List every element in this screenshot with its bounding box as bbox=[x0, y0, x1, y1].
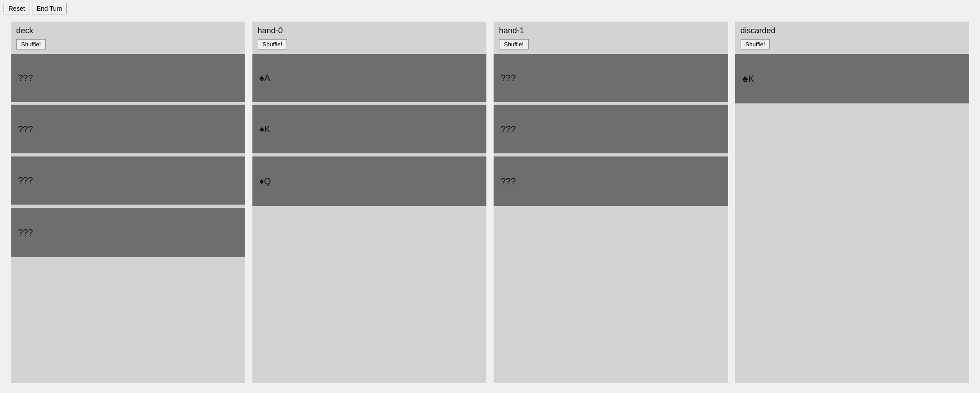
pile-title-hand-0: hand-0 bbox=[258, 26, 481, 36]
pile-title-discarded: discarded bbox=[741, 26, 964, 36]
card-deck-2[interactable]: ??? bbox=[11, 156, 245, 206]
cards-area-hand-1: ????????? bbox=[494, 52, 728, 383]
pile-title-deck: deck bbox=[16, 26, 240, 36]
card-label-deck-1: ??? bbox=[18, 124, 33, 134]
pile-discarded: discardedShuffle!♣K bbox=[735, 22, 970, 383]
card-hand-1-2[interactable]: ??? bbox=[494, 156, 728, 206]
card-deck-1[interactable]: ??? bbox=[11, 105, 245, 155]
card-label-hand-0-0: ♠A bbox=[260, 73, 270, 83]
card-hand-0-0[interactable]: ♠A bbox=[252, 54, 487, 103]
pile-hand-1: hand-1Shuffle!????????? bbox=[494, 22, 728, 383]
pile-header-hand-0: hand-0Shuffle! bbox=[252, 22, 487, 52]
card-hand-1-0[interactable]: ??? bbox=[494, 54, 728, 103]
card-label-discarded-0: ♣K bbox=[742, 74, 754, 84]
shuffle-button-deck[interactable]: Shuffle! bbox=[16, 39, 46, 49]
card-hand-0-1[interactable]: ♠K bbox=[252, 105, 487, 155]
pile-hand-0: hand-0Shuffle!♠A♠K♦Q bbox=[252, 22, 487, 383]
card-label-hand-0-2: ♦Q bbox=[260, 176, 271, 187]
shuffle-button-hand-1[interactable]: Shuffle! bbox=[499, 39, 529, 49]
cards-area-discarded: ♣K bbox=[735, 52, 970, 383]
card-label-deck-2: ??? bbox=[18, 175, 33, 186]
cards-area-deck: ???????????? bbox=[11, 52, 245, 383]
end-turn-button[interactable]: End Turn bbox=[32, 3, 67, 14]
card-label-deck-3: ??? bbox=[18, 228, 33, 238]
pile-header-discarded: discardedShuffle! bbox=[735, 22, 970, 52]
top-bar: Reset End Turn bbox=[0, 0, 980, 17]
pile-title-hand-1: hand-1 bbox=[499, 26, 723, 36]
card-hand-1-1[interactable]: ??? bbox=[494, 105, 728, 155]
card-label-hand-1-1: ??? bbox=[501, 124, 516, 134]
pile-header-deck: deckShuffle! bbox=[11, 22, 245, 52]
card-label-deck-0: ??? bbox=[18, 73, 33, 83]
reset-button[interactable]: Reset bbox=[4, 3, 30, 14]
pile-deck: deckShuffle!???????????? bbox=[11, 22, 245, 383]
card-label-hand-1-2: ??? bbox=[501, 176, 516, 187]
pile-header-hand-1: hand-1Shuffle! bbox=[494, 22, 728, 52]
card-discarded-0[interactable]: ♣K bbox=[735, 54, 970, 103]
card-hand-0-2[interactable]: ♦Q bbox=[252, 156, 487, 206]
card-label-hand-0-1: ♠K bbox=[260, 124, 270, 134]
cards-area-hand-0: ♠A♠K♦Q bbox=[252, 52, 487, 383]
card-deck-3[interactable]: ??? bbox=[11, 208, 245, 257]
main-content: deckShuffle!????????????hand-0Shuffle!♠A… bbox=[0, 17, 980, 388]
shuffle-button-discarded[interactable]: Shuffle! bbox=[741, 39, 770, 49]
card-label-hand-1-0: ??? bbox=[501, 73, 516, 83]
card-deck-0[interactable]: ??? bbox=[11, 54, 245, 103]
shuffle-button-hand-0[interactable]: Shuffle! bbox=[258, 39, 287, 49]
